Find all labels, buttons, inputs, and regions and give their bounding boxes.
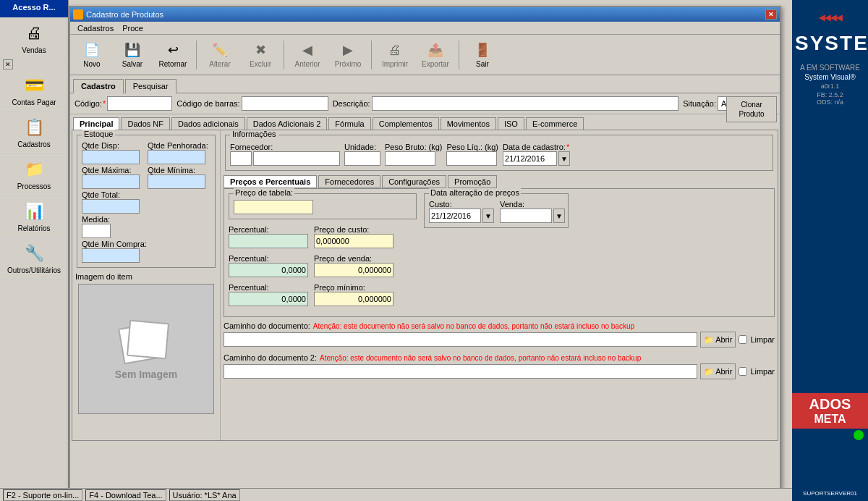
close-sidebar-btn[interactable]: ✕ [3,59,13,70]
btn-salvar[interactable]: 💾 Salvar [114,38,151,72]
doc2-label-row: Caminho do documento 2: Atenção: este do… [224,353,775,362]
preco-minimo-group: Preço mínimo: [314,283,393,306]
qtde-minima-label: Qtde Mínima: [148,166,210,174]
venda-date-picker[interactable]: ▼ [553,209,565,223]
subtab-precos[interactable]: Preços e Percentuais [224,175,317,188]
qtde-min-compra-input[interactable] [82,248,140,263]
btn-alterar[interactable]: ✏️ Alterar [201,38,239,72]
tab-cadastro[interactable]: Cadastro [73,79,124,93]
excluir-label: Excluir [250,60,271,68]
tab-formula[interactable]: Fórmula [328,117,370,130]
codigo-input[interactable] [107,96,172,111]
btn-excluir[interactable]: ✖ Excluir [242,38,279,72]
sidebar-item-outros[interactable]: 🔧 Outros/Utilitários [0,237,68,279]
main-content-area: Estoque Qtde Disp: Qtde Penhorada: Qtde … [72,130,778,441]
sidebar-label-contas-pagar: Contas Pagar [12,98,56,106]
preco-minimo-input[interactable] [314,292,393,306]
tab-dados-adicionais[interactable]: Dados adicionais [171,117,245,130]
doc1-input[interactable] [224,332,697,347]
fornecedor-label: Fornecedor: [230,143,340,151]
alterar-label: Alterar [209,60,230,68]
anterior-icon: ◀ [299,41,316,59]
tab-ecommerce[interactable]: E-commerce [526,117,584,130]
tab-principal[interactable]: Principal [73,117,119,130]
doc1-limpar-label: Limpar [750,335,775,344]
btn-novo[interactable]: 📄 Novo [73,38,111,72]
tab-complementos[interactable]: Complementos [373,117,439,130]
subtab-promocao[interactable]: Promoção [448,175,497,188]
btn-sair[interactable]: 🚪 Sair [464,38,501,72]
tab-pesquisar[interactable]: Pesquisar [125,79,176,93]
venda-date-input[interactable] [500,209,552,223]
data-alteracao-box: Data alteração de preços Custo: ▼ Venda [424,193,569,228]
menu-cadastros[interactable]: Cadastros [73,23,118,33]
doc2-checkbox[interactable] [739,367,747,376]
btn-proximo[interactable]: ▶ Próximo [329,38,367,72]
salvar-icon: 💾 [124,41,141,59]
tab-dados-adicionais2[interactable]: Dados Adicionais 2 [247,117,328,130]
btn-exportar[interactable]: 📤 Exportar [417,38,454,72]
preco-venda-input[interactable] [314,263,393,277]
custo-input-group: ▼ [429,209,494,223]
qtde-penhorada-label: Qtde Penhorada: [148,141,210,150]
qtde-minima-input[interactable] [148,174,205,189]
doc1-abrir-btn[interactable]: 📁 Abrir [700,332,736,348]
tab-iso[interactable]: ISO [498,117,524,130]
tab-movimentos[interactable]: Movimentos [441,117,496,130]
sidebar-item-processos[interactable]: 📁 Processos [0,153,68,195]
percentual-input-3[interactable] [229,292,308,306]
sidebar-item-contas-pagar[interactable]: 💳 Contas Pagar [0,70,68,111]
data-cadastro-input[interactable] [503,151,557,166]
ods-text: ODS: n/a [792,98,868,106]
fornecedor-name-input[interactable] [253,151,340,166]
informacoes-label: Informações [230,130,278,138]
percentual-input-1[interactable] [229,234,308,248]
doc2-label: Caminho do documento 2: [224,353,317,362]
doc2-abrir-btn[interactable]: 📁 Abrir [700,363,736,379]
doc2-limpar-label: Limpar [750,367,775,376]
doc1-checkbox[interactable] [739,335,747,344]
sidebar-item-cadastros[interactable]: 📋 Cadastros [0,111,68,153]
btn-imprimir[interactable]: 🖨 Imprimir [376,38,414,72]
qtde-disp-input[interactable] [82,150,140,164]
data-cadastro-input-group: ▼ [503,151,570,166]
qtde-minima-group: Qtde Mínima: [148,166,210,189]
subtab-configuracoes[interactable]: Configurações [382,175,446,188]
sidebar-label-outros: Outros/Utilitários [7,266,61,274]
descricao-input[interactable] [372,96,679,111]
percentual-input-2[interactable] [229,263,308,277]
qtde-total-input[interactable] [82,199,140,214]
peso-liq-input[interactable] [446,151,497,166]
folder-icon1: 📁 [704,335,714,345]
unidade-group: Unidade: [344,143,380,166]
tab-dados-nf[interactable]: Dados NF [121,117,170,130]
btn-anterior[interactable]: ◀ Anterior [289,38,326,72]
custo-date-picker[interactable]: ▼ [482,209,494,223]
venda-input-group: ▼ [500,209,565,223]
custo-date-input[interactable] [429,209,481,223]
unidade-input[interactable] [344,151,380,166]
qtde-maxima-input[interactable] [82,174,140,189]
status-bar: F2 - Suporte on-lin... F4 - Download Tea… [0,488,792,501]
doc2-input[interactable] [224,364,697,379]
left-panel: Estoque Qtde Disp: Qtde Penhorada: Qtde … [72,130,221,440]
venda-date-group: Venda: ▼ [500,200,565,223]
close-button[interactable]: ✕ [765,9,777,20]
fornecedor-code-input[interactable] [230,151,252,166]
preco-tabela-input[interactable] [234,200,313,214]
qtde-penhorada-input[interactable] [148,150,205,164]
clone-button[interactable]: ClonarProduto [726,96,777,122]
barras-input[interactable] [242,96,328,111]
preco-custo-input[interactable] [314,234,393,248]
menu-proce[interactable]: Proce [118,23,148,33]
sidebar-item-vendas[interactable]: 🖨 Vendas [0,17,68,59]
data-cadastro-picker[interactable]: ▼ [558,151,570,166]
qtde-maxima-label: Qtde Máxima: [82,166,145,174]
informacoes-fields: Fornecedor: Unidade: Peso Bruto: (kg) [230,143,768,166]
medida-input[interactable] [82,224,111,238]
exportar-label: Exportar [422,60,449,68]
btn-retornar[interactable]: ↩ Retornar [154,38,192,72]
subtab-fornecedores[interactable]: Fornecedores [318,175,380,188]
sidebar-item-relatorios[interactable]: 📊 Relatórios [0,195,68,237]
peso-bruto-input[interactable] [385,151,435,166]
